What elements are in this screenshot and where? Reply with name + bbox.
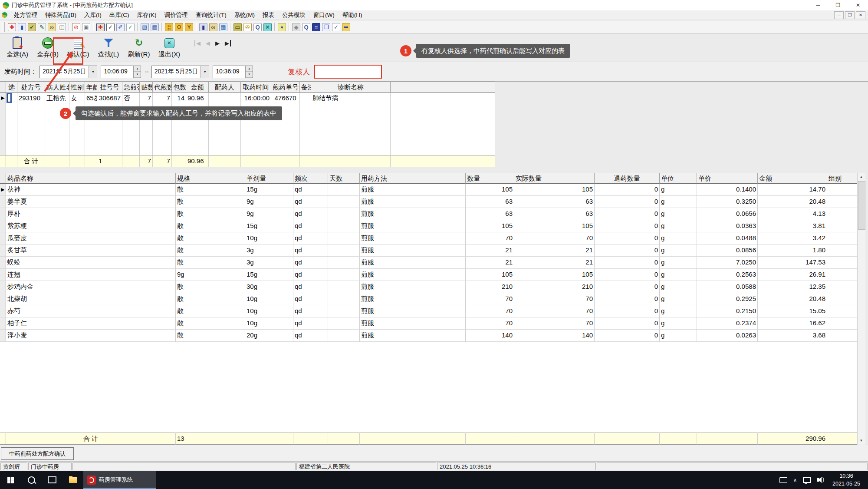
- menu-item[interactable]: 窗口(W): [309, 11, 339, 19]
- reviewer-input[interactable]: [314, 65, 382, 79]
- drug-row[interactable]: 紫苏梗 散 15g qd 煎服 105 105 0 g 0.0363 3.81: [0, 220, 865, 232]
- document-verify-icon[interactable]: ✓: [332, 23, 340, 31]
- spin-up-icon[interactable]: ▲: [246, 66, 253, 72]
- dropdown-arrow-icon[interactable]: ▼: [89, 66, 97, 78]
- toolbar-separator[interactable]: [230, 23, 231, 31]
- time-to-spinner[interactable]: 10:36:09 ▲▼: [213, 66, 253, 78]
- document-check-icon[interactable]: ✓: [126, 23, 135, 31]
- binoculars-icon[interactable]: ∞: [48, 23, 56, 31]
- close-box-icon[interactable]: ✕: [263, 23, 272, 31]
- confirm-button[interactable]: 确认(C): [65, 36, 91, 59]
- server-list-icon[interactable]: ≡: [312, 23, 320, 31]
- first-aid-kit-icon[interactable]: ✚: [8, 23, 16, 31]
- chart-edit-icon[interactable]: ▧: [141, 23, 149, 31]
- discard-all-button[interactable]: 全弃(B): [35, 36, 61, 59]
- menu-item[interactable]: 帮助(H): [339, 11, 366, 19]
- toolbar-separator[interactable]: [274, 23, 275, 31]
- toolbar-separator[interactable]: [161, 23, 162, 31]
- time-from-spinner[interactable]: 10:06:09 ▲▼: [101, 66, 141, 78]
- new-window-icon[interactable]: ▣: [82, 23, 90, 31]
- nav-prev-button[interactable]: ◀: [206, 40, 210, 46]
- taskbar-search-button[interactable]: [21, 471, 42, 489]
- key-icon[interactable]: ✇: [243, 23, 252, 31]
- drug-bin-icon[interactable]: ▮: [199, 23, 207, 31]
- magnifier-icon[interactable]: Q: [253, 23, 262, 31]
- spin-down-icon[interactable]: ▼: [246, 72, 253, 78]
- refresh-button[interactable]: ↻ 刷新(R): [126, 36, 152, 59]
- menu-item[interactable]: 调价管理: [161, 11, 192, 19]
- drug-row[interactable]: 浮小麦 散 20g qd 煎服 140 140 0 g 0.0263 3.68: [0, 330, 865, 342]
- forbid-document-icon[interactable]: ⊘: [72, 23, 80, 31]
- speaker-icon[interactable]: [817, 478, 819, 482]
- approve-shield-icon[interactable]: ✔: [28, 23, 36, 31]
- prescription-edit-icon[interactable]: ✎: [38, 23, 46, 31]
- report-table-icon[interactable]: ▦: [151, 23, 159, 31]
- file-explorer-button[interactable]: [62, 471, 83, 489]
- task-view-button[interactable]: [42, 471, 62, 489]
- pill-grid-icon[interactable]: ⣿: [165, 23, 173, 31]
- pin-document-icon[interactable]: ✐: [116, 23, 125, 31]
- close-button[interactable]: ✕: [848, 0, 868, 10]
- menu-item[interactable]: 处方管理: [10, 11, 41, 19]
- menu-item[interactable]: 入库(I): [80, 11, 105, 19]
- mdi-restore-button[interactable]: ❐: [845, 11, 855, 19]
- network-icon[interactable]: [803, 477, 811, 483]
- toolbar-separator[interactable]: [289, 23, 289, 31]
- nav-last-button[interactable]: ▶: [225, 40, 231, 46]
- taskbar-clock[interactable]: 10:36 2021-05-25: [829, 472, 864, 488]
- medicine-bottle-icon[interactable]: ▮: [18, 23, 26, 31]
- checklist-icon[interactable]: ✓: [106, 23, 115, 31]
- drug-row[interactable]: 炒鸡内金 散 30g qd 煎服 210 210 0 g 0.0588 12.3…: [0, 281, 865, 293]
- invoice-icon[interactable]: ¥: [185, 23, 193, 31]
- magnifier2-icon[interactable]: Q: [302, 23, 310, 31]
- dispense-folder-icon[interactable]: ▭: [233, 23, 242, 31]
- tray-chevron-icon[interactable]: ∧: [793, 477, 797, 483]
- date-to-combo[interactable]: 2021年 5月25日 ▼: [151, 66, 209, 78]
- toolbar-separator[interactable]: [93, 23, 94, 31]
- drug-row[interactable]: 炙甘草 散 3g qd 煎服 21 21 0 g 0.0856 1.80: [0, 244, 865, 257]
- drug-row[interactable]: 姜半夏 散 9g qd 煎服 63 63 0 g 0.3250 20.48: [0, 196, 865, 208]
- import-clipboard-icon[interactable]: ➥: [342, 23, 350, 31]
- pharmacy-app-taskbar-button[interactable]: 药房管理系统: [83, 471, 156, 489]
- menu-item[interactable]: 系统(M): [230, 11, 259, 19]
- nav-next-button[interactable]: ▶: [215, 40, 220, 46]
- scroll-up-icon[interactable]: ▲: [858, 173, 865, 181]
- alarm-bell-icon[interactable]: Ω: [175, 23, 183, 31]
- package-icon[interactable]: ◆: [292, 23, 300, 31]
- drug-row[interactable]: 蜈蚣 散 3g qd 煎服 21 21 0 g 7.0250 147.53: [0, 257, 865, 269]
- menu-item[interactable]: 库存(K): [133, 11, 161, 19]
- maximize-button[interactable]: ❐: [828, 0, 848, 10]
- touch-keyboard-icon[interactable]: [779, 477, 787, 483]
- tab-decoction-confirm[interactable]: 中药煎药处方配方确认: [1, 447, 74, 460]
- select-checkbox[interactable]: [7, 94, 11, 102]
- drug-row[interactable]: 瓜蒌皮 散 10g qd 煎服 70 70 0 g 0.0488 3.42: [0, 232, 865, 244]
- toolbar-separator[interactable]: [137, 23, 138, 31]
- menu-item[interactable]: 特殊药品(B): [41, 11, 80, 19]
- vertical-scrollbar[interactable]: ▲ ▼: [857, 173, 865, 445]
- table-search-icon[interactable]: ▦: [219, 23, 227, 31]
- select-all-button[interactable]: 全选(A): [4, 36, 30, 59]
- dropdown-arrow-icon[interactable]: ▼: [201, 66, 209, 78]
- export-tray-icon[interactable]: ➧: [278, 23, 286, 31]
- exit-button[interactable]: ✕ 退出(X): [156, 36, 182, 59]
- document-search-icon[interactable]: ◫: [58, 23, 66, 31]
- nav-first-button[interactable]: ◀: [194, 40, 201, 46]
- menu-item[interactable]: 出库(C): [105, 11, 133, 19]
- drug-row[interactable]: 连翘 9g 15g qd 煎服 105 105 0 g 0.2563 26.91: [0, 269, 865, 281]
- drug-row[interactable]: ▶ 茯神 散 15g qd 煎服 105 105 0 g 0.1400 14.7…: [0, 184, 865, 196]
- scroll-down-icon[interactable]: ▼: [858, 437, 865, 444]
- clipboard-add-icon[interactable]: ✚: [96, 23, 105, 31]
- menu-item[interactable]: 查询统计(T): [192, 11, 230, 19]
- drug-row[interactable]: 柏子仁 散 10g qd 煎服 70 70 0 g 0.2374 16.62: [0, 317, 865, 330]
- mdi-minimize-button[interactable]: ─: [834, 11, 844, 19]
- drug-row[interactable]: 厚朴 散 9g qd 煎服 63 63 0 g 0.0656 4.13: [0, 208, 865, 220]
- drug-row[interactable]: 北柴胡 散 10g qd 煎服 70 70 0 g 0.2925 20.48: [0, 293, 865, 305]
- spin-down-icon[interactable]: ▼: [134, 72, 141, 78]
- start-button[interactable]: [0, 471, 21, 489]
- date-from-combo[interactable]: 2021年 5月25日 ▼: [39, 66, 97, 78]
- toolbar-separator[interactable]: [69, 23, 69, 31]
- menu-item[interactable]: 报表: [259, 11, 278, 19]
- menu-item[interactable]: 公共模块: [278, 11, 309, 19]
- toolbar-separator[interactable]: [196, 23, 197, 31]
- cascade-windows-icon[interactable]: ❐: [322, 23, 330, 31]
